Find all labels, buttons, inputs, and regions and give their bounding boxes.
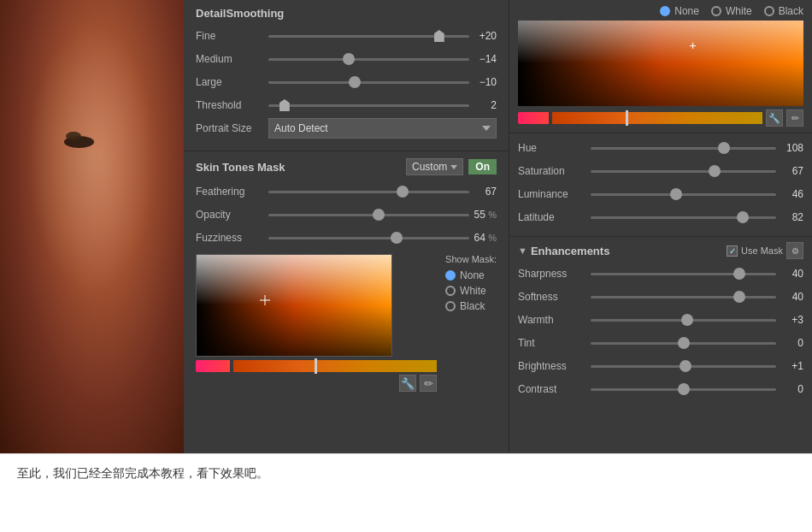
medium-slider-row: Medium −14 bbox=[196, 50, 497, 68]
portrait-size-dropdown-arrow bbox=[482, 126, 491, 131]
threshold-track[interactable] bbox=[268, 98, 469, 112]
medium-track[interactable] bbox=[268, 52, 469, 66]
contrast-label: Contrast bbox=[518, 383, 591, 395]
tint-track[interactable] bbox=[591, 336, 776, 350]
right-mask-black-option[interactable]: Black bbox=[764, 5, 803, 17]
right-eyedropper1-button[interactable]: 🔧 bbox=[766, 109, 783, 127]
right-crosshair: + bbox=[689, 39, 696, 51]
brightness-value: +1 bbox=[776, 360, 803, 372]
latitude-label: Latitude bbox=[518, 211, 591, 223]
enhancements-title: Enhancements bbox=[531, 245, 727, 257]
mask-black-radio[interactable] bbox=[445, 301, 456, 311]
on-button[interactable]: On bbox=[468, 159, 497, 174]
contrast-value: 0 bbox=[776, 383, 803, 395]
warmth-track[interactable] bbox=[591, 313, 776, 327]
large-value: −10 bbox=[469, 76, 497, 88]
mask-white-radio[interactable] bbox=[445, 286, 456, 296]
show-mask-label: Show Mask: bbox=[445, 254, 497, 264]
right-show-mask-row: None White Black bbox=[518, 5, 803, 17]
right-mask-white-label: White bbox=[726, 5, 752, 17]
saturation-label: Saturation bbox=[518, 165, 591, 177]
tint-value: 0 bbox=[776, 337, 803, 349]
threshold-value: 2 bbox=[469, 99, 497, 111]
right-mask-white-option[interactable]: White bbox=[711, 5, 752, 17]
mask-none-radio[interactable] bbox=[445, 270, 456, 281]
right-hue-main[interactable] bbox=[552, 112, 762, 124]
latitude-slider-row: Latitude 82 bbox=[518, 208, 803, 227]
enhancements-panel: ▼ Enhancements ✓ Use Mask ⚙ Sharpness 40 bbox=[509, 237, 812, 453]
warmth-value: +3 bbox=[776, 314, 803, 326]
large-track[interactable] bbox=[268, 75, 469, 89]
right-hue-marker bbox=[626, 110, 628, 126]
mask-white-option[interactable]: White bbox=[445, 285, 497, 297]
right-mask-black-label: Black bbox=[779, 5, 803, 17]
warmth-label: Warmth bbox=[518, 314, 591, 326]
mask-black-option[interactable]: Black bbox=[445, 300, 497, 312]
eyedropper-row: 🔧 ✏ bbox=[196, 375, 437, 392]
feathering-slider-row: Feathering 67 bbox=[196, 182, 497, 201]
latitude-track[interactable] bbox=[591, 210, 776, 224]
use-mask-toggle[interactable]: ✓ Use Mask bbox=[727, 245, 783, 257]
luminance-value: 46 bbox=[776, 188, 803, 200]
fuzziness-label: Fuzziness bbox=[196, 232, 268, 244]
mask-none-label: None bbox=[460, 269, 485, 281]
fuzziness-track[interactable] bbox=[268, 231, 469, 245]
right-mask-none-option[interactable]: None bbox=[660, 5, 699, 17]
threshold-label: Threshold bbox=[196, 99, 268, 111]
eyedropper-add-button[interactable]: 🔧 bbox=[399, 375, 416, 392]
feathering-label: Feathering bbox=[196, 186, 268, 198]
right-mask-white-radio[interactable] bbox=[711, 6, 721, 16]
hue-track[interactable] bbox=[591, 141, 776, 155]
skin-tones-preset-dropdown[interactable]: Custom bbox=[406, 158, 463, 175]
detail-smoothing-title: DetailSmoothing bbox=[196, 7, 497, 20]
medium-value: −14 bbox=[469, 53, 497, 65]
preset-dropdown-arrow bbox=[450, 165, 457, 169]
show-mask-panel: Show Mask: None White Black bbox=[445, 254, 497, 392]
contrast-slider-row: Contrast 0 bbox=[518, 380, 803, 399]
medium-label: Medium bbox=[196, 53, 268, 65]
luminance-track[interactable] bbox=[591, 187, 776, 201]
feathering-track[interactable] bbox=[268, 185, 469, 198]
softness-label: Softness bbox=[518, 291, 591, 303]
right-eyedropper2-button[interactable]: ✏ bbox=[786, 109, 803, 127]
saturation-value: 67 bbox=[776, 165, 803, 177]
brightness-slider-row: Brightness +1 bbox=[518, 357, 803, 375]
portrait-size-select[interactable]: Auto Detect bbox=[268, 118, 497, 139]
detail-smoothing-panel: DetailSmoothing Fine +20 Medium bbox=[184, 0, 509, 151]
hue-value: 108 bbox=[776, 142, 803, 154]
right-panel: None White Black + bbox=[509, 0, 812, 453]
skin-tones-panel: Skin Tones Mask Custom On Feathering 67 bbox=[184, 151, 509, 453]
enhancements-header: ▼ Enhancements ✓ Use Mask ⚙ bbox=[518, 242, 803, 259]
right-swatch[interactable]: + bbox=[518, 21, 803, 106]
saturation-track[interactable] bbox=[591, 164, 776, 178]
preset-value: Custom bbox=[412, 161, 447, 173]
fine-track[interactable] bbox=[268, 29, 469, 43]
opacity-track[interactable] bbox=[268, 208, 469, 222]
skin-tones-swatch[interactable] bbox=[196, 254, 392, 357]
softness-track[interactable] bbox=[591, 290, 776, 304]
fine-label: Fine bbox=[196, 30, 268, 42]
eyedropper-remove-button[interactable]: ✏ bbox=[420, 375, 437, 392]
opacity-label: Opacity bbox=[196, 209, 268, 221]
right-mask-none-radio[interactable] bbox=[660, 6, 670, 16]
warmth-slider-row: Warmth +3 bbox=[518, 310, 803, 329]
enhancements-collapse-arrow[interactable]: ▼ bbox=[518, 245, 527, 256]
skin-tones-title: Skin Tones Mask bbox=[196, 161, 406, 174]
right-mask-none-label: None bbox=[674, 5, 699, 17]
right-mask-black-radio[interactable] bbox=[764, 6, 774, 16]
enhancements-gear-button[interactable]: ⚙ bbox=[786, 242, 803, 259]
contrast-track[interactable] bbox=[591, 382, 776, 396]
sharpness-value: 40 bbox=[776, 268, 803, 280]
use-mask-checkbox[interactable]: ✓ bbox=[727, 245, 738, 257]
portrait-size-label: Portrait Size bbox=[196, 122, 268, 134]
mask-none-option[interactable]: None bbox=[445, 269, 497, 281]
sharpness-track[interactable] bbox=[591, 267, 776, 281]
hue-left-segment bbox=[196, 360, 230, 372]
hsl-panel: Hue 108 Saturation 67 bbox=[509, 133, 812, 237]
fuzziness-slider-row: Fuzziness 64 % bbox=[196, 228, 497, 247]
use-mask-text: Use Mask bbox=[741, 245, 783, 256]
brightness-track[interactable] bbox=[591, 359, 776, 373]
hue-right-segment[interactable] bbox=[233, 360, 437, 372]
opacity-value: 55 % bbox=[469, 209, 497, 221]
feathering-value: 67 bbox=[469, 186, 497, 198]
